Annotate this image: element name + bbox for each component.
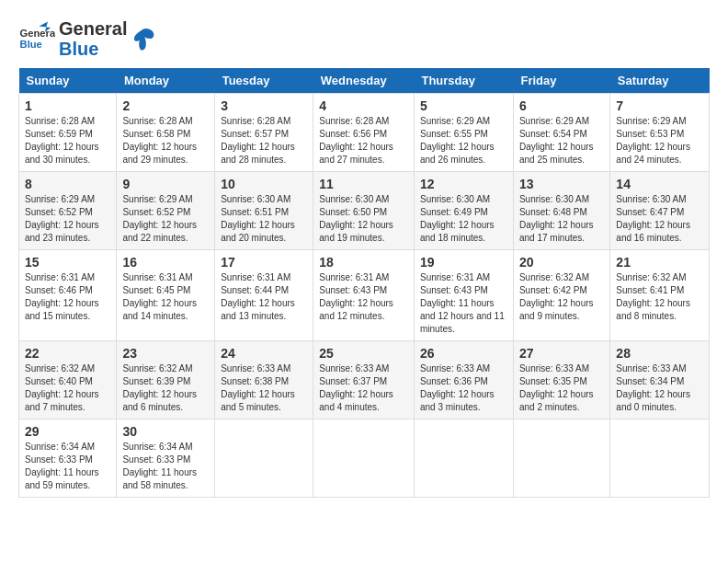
daylight-text: Daylight: 12 hours [221,142,295,152]
daylight-text: Daylight: 12 hours [221,389,295,399]
calendar-cell: 23Sunrise: 6:32 AMSunset: 6:39 PMDayligh… [117,341,215,419]
day-number: 27 [519,346,604,361]
sunrise-text: Sunrise: 6:33 AM [519,363,589,373]
calendar-cell: 9Sunrise: 6:29 AMSunset: 6:52 PMDaylight… [117,172,215,250]
sunset-text: Sunset: 6:58 PM [122,129,190,139]
sunrise-text: Sunrise: 6:31 AM [221,272,290,282]
daylight-text: Daylight: 11 hours [25,467,99,477]
sunset-text: Sunset: 6:53 PM [616,129,684,139]
daylight-minutes-text: and 5 minutes. [221,402,281,412]
day-number: 20 [519,255,604,270]
daylight-minutes-text: and 25 minutes. [519,155,585,165]
week-row-5: 29Sunrise: 6:34 AMSunset: 6:33 PMDayligh… [19,419,710,498]
daylight-minutes-text: and 17 minutes. [519,233,585,243]
day-number: 5 [420,98,507,113]
daylight-minutes-text: and 18 minutes. [420,233,485,243]
daylight-minutes-text: and 13 minutes. [221,311,286,321]
daylight-minutes-text: and 2 minutes. [519,402,580,412]
bird-icon [131,26,156,52]
daylight-minutes-text: and 24 minutes. [616,155,681,165]
sunset-text: Sunset: 6:57 PM [221,129,289,139]
header-monday: Monday [117,68,215,94]
day-info: Sunrise: 6:31 AMSunset: 6:43 PMDaylight:… [319,271,408,323]
daylight-minutes-text: and 20 minutes. [221,233,286,243]
day-info: Sunrise: 6:34 AMSunset: 6:33 PMDaylight:… [25,441,110,492]
calendar-cell: 30Sunrise: 6:34 AMSunset: 6:33 PMDayligh… [117,419,215,498]
daylight-text: Daylight: 12 hours [25,220,99,230]
sunset-text: Sunset: 6:43 PM [420,285,488,295]
calendar-cell: 19Sunrise: 6:31 AMSunset: 6:43 PMDayligh… [414,250,513,341]
day-info: Sunrise: 6:30 AMSunset: 6:50 PMDaylight:… [319,193,408,245]
calendar-cell: 17Sunrise: 6:31 AMSunset: 6:44 PMDayligh… [215,250,313,341]
daylight-text: Daylight: 12 hours [420,142,495,152]
day-info: Sunrise: 6:31 AMSunset: 6:46 PMDaylight:… [25,271,110,323]
week-row-2: 8Sunrise: 6:29 AMSunset: 6:52 PMDaylight… [19,172,710,250]
daylight-text: Daylight: 12 hours [122,298,197,308]
day-number: 30 [122,424,209,439]
day-number: 10 [221,177,307,191]
daylight-text: Daylight: 12 hours [616,142,690,152]
daylight-text: Daylight: 12 hours [519,220,594,230]
day-info: Sunrise: 6:30 AMSunset: 6:47 PMDaylight:… [616,193,703,245]
day-info: Sunrise: 6:30 AMSunset: 6:49 PMDaylight:… [420,193,507,245]
day-info: Sunrise: 6:34 AMSunset: 6:33 PMDaylight:… [122,441,209,492]
day-number: 22 [25,346,110,361]
sunset-text: Sunset: 6:44 PM [221,285,289,295]
logo-blue-text: Blue [59,39,127,59]
daylight-text: Daylight: 11 hours [122,467,197,477]
day-number: 15 [25,255,110,270]
calendar-cell: 8Sunrise: 6:29 AMSunset: 6:52 PMDaylight… [19,172,117,250]
day-info: Sunrise: 6:28 AMSunset: 6:59 PMDaylight:… [25,115,110,167]
daylight-text: Daylight: 12 hours [122,389,197,399]
daylight-text: Daylight: 12 hours [122,142,197,152]
calendar-cell: 26Sunrise: 6:33 AMSunset: 6:36 PMDayligh… [414,341,513,419]
daylight-text: Daylight: 12 hours [319,142,393,152]
sunrise-text: Sunrise: 6:29 AM [122,194,192,204]
svg-text:Blue: Blue [20,39,42,50]
sunrise-text: Sunrise: 6:32 AM [122,363,192,373]
calendar-cell: 28Sunrise: 6:33 AMSunset: 6:34 PMDayligh… [610,341,710,419]
calendar-cell [414,419,513,498]
daylight-text: Daylight: 12 hours [122,220,197,230]
daylight-minutes-text: and 19 minutes. [319,233,384,243]
logo: General Blue General Blue [18,18,156,59]
daylight-minutes-text: and 9 minutes. [519,311,580,321]
day-info: Sunrise: 6:31 AMSunset: 6:43 PMDaylight:… [420,271,507,336]
daylight-minutes-text: and 8 minutes. [616,311,677,321]
sunset-text: Sunset: 6:52 PM [25,207,93,217]
sunrise-text: Sunrise: 6:33 AM [420,363,490,373]
daylight-minutes-text: and 12 hours and 11 minutes. [420,311,505,334]
sunrise-text: Sunrise: 6:29 AM [519,116,589,126]
calendar-cell [513,419,609,498]
sunset-text: Sunset: 6:36 PM [420,376,488,386]
daylight-minutes-text: and 14 minutes. [122,311,188,321]
calendar-cell: 27Sunrise: 6:33 AMSunset: 6:35 PMDayligh… [513,341,609,419]
sunrise-text: Sunrise: 6:31 AM [122,272,192,282]
sunset-text: Sunset: 6:39 PM [122,376,190,386]
day-info: Sunrise: 6:32 AMSunset: 6:39 PMDaylight:… [122,362,209,414]
calendar-cell: 13Sunrise: 6:30 AMSunset: 6:48 PMDayligh… [513,172,609,250]
daylight-minutes-text: and 29 minutes. [122,155,188,165]
calendar-cell: 14Sunrise: 6:30 AMSunset: 6:47 PMDayligh… [610,172,710,250]
sunrise-text: Sunrise: 6:30 AM [319,194,389,204]
calendar-cell: 16Sunrise: 6:31 AMSunset: 6:45 PMDayligh… [117,250,215,341]
sunset-text: Sunset: 6:59 PM [25,129,93,139]
header-wednesday: Wednesday [313,68,415,94]
sunrise-text: Sunrise: 6:28 AM [122,116,192,126]
day-number: 14 [616,177,703,191]
sunrise-text: Sunrise: 6:29 AM [25,194,95,204]
calendar-cell: 29Sunrise: 6:34 AMSunset: 6:33 PMDayligh… [19,419,117,498]
daylight-text: Daylight: 12 hours [319,298,393,308]
sunset-text: Sunset: 6:46 PM [25,285,93,295]
sunset-text: Sunset: 6:47 PM [616,207,684,217]
day-number: 9 [122,177,209,191]
day-info: Sunrise: 6:29 AMSunset: 6:55 PMDaylight:… [420,115,507,167]
sunrise-text: Sunrise: 6:29 AM [616,116,686,126]
header-thursday: Thursday [414,68,513,94]
daylight-text: Daylight: 12 hours [420,220,495,230]
calendar-header-row: SundayMondayTuesdayWednesdayThursdayFrid… [19,68,710,94]
sunset-text: Sunset: 6:55 PM [420,129,488,139]
calendar-cell: 21Sunrise: 6:32 AMSunset: 6:41 PMDayligh… [610,250,710,341]
svg-text:General: General [20,28,55,39]
sunrise-text: Sunrise: 6:31 AM [25,272,95,282]
